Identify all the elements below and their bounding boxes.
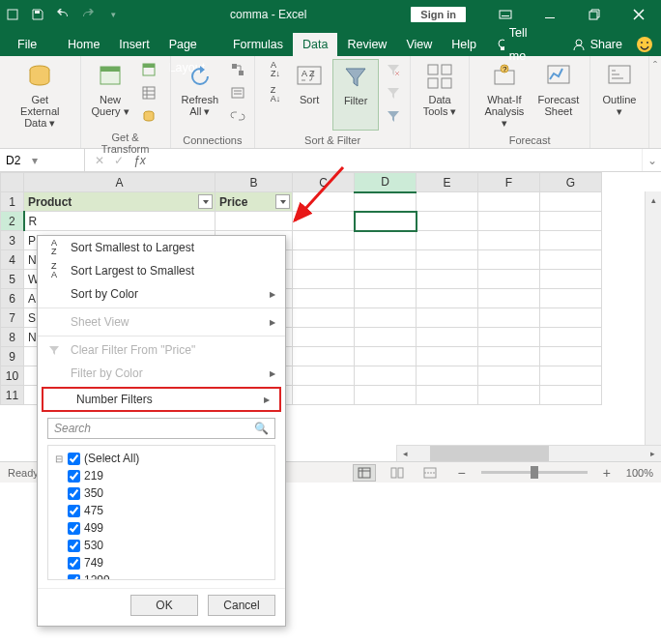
cancel-button[interactable]: Cancel [208, 595, 275, 616]
sort-desc-button[interactable]: ZA↓ [265, 84, 286, 105]
view-normal-icon[interactable] [353, 464, 376, 482]
filter-item[interactable]: 530 [54, 537, 269, 554]
share-button[interactable]: Share [562, 33, 632, 56]
number-filters-item[interactable]: Number Filters [42, 387, 281, 412]
filter-item[interactable]: 499 [54, 519, 269, 537]
properties-icon[interactable] [227, 82, 248, 103]
sort-ascending-item[interactable]: AZ Sort Smallest to Largest [38, 236, 285, 259]
col-header-e[interactable]: E [417, 173, 478, 192]
redo-icon[interactable] [75, 0, 101, 29]
cell-g2[interactable] [540, 212, 602, 231]
zoom-slider[interactable] [481, 471, 588, 474]
col-header-c[interactable]: C [293, 173, 355, 192]
cell-d2[interactable] [355, 212, 417, 231]
scroll-right-icon[interactable]: ▸ [645, 446, 661, 462]
col-header-b[interactable]: B [216, 173, 293, 192]
edit-links-icon[interactable] [227, 105, 248, 127]
save-icon[interactable] [25, 0, 50, 29]
col-header-f[interactable]: F [478, 173, 540, 192]
row-header-4[interactable]: 4 [1, 250, 24, 270]
data-tools-button[interactable]: Data Tools ▾ [417, 59, 463, 131]
cell-a1[interactable]: Product [24, 192, 216, 212]
chevron-down-icon[interactable]: ▾ [20, 154, 38, 167]
new-query-button[interactable]: New Query ▾ [87, 59, 134, 131]
filter-button[interactable]: Filter [332, 59, 379, 131]
cell-e1[interactable] [417, 192, 478, 212]
undo-icon[interactable] [50, 0, 75, 29]
tab-view[interactable]: View [396, 33, 442, 56]
connections-icon[interactable] [227, 59, 248, 80]
cell-d1[interactable] [355, 192, 417, 212]
scroll-left-icon[interactable]: ◂ [397, 446, 414, 462]
cell-g1[interactable] [540, 192, 602, 212]
filter-item[interactable]: 749 [54, 554, 269, 571]
filter-item[interactable]: 219 [54, 467, 269, 484]
sort-by-color-item[interactable]: Sort by Color [38, 282, 285, 306]
filter-item-select-all[interactable]: ⊟(Select All) [54, 450, 269, 467]
name-box[interactable]: D2 ▾ [0, 149, 85, 171]
row-header-3[interactable]: 3 [1, 231, 24, 250]
show-queries-icon[interactable] [138, 59, 159, 80]
row-header-2[interactable]: 2 [1, 212, 24, 231]
row-header-11[interactable]: 11 [1, 386, 24, 405]
get-external-data-button[interactable]: Get External Data ▾ [6, 59, 74, 131]
qat-customize-icon[interactable]: ▾ [101, 0, 126, 29]
close-icon[interactable] [617, 0, 661, 29]
tab-help[interactable]: Help [442, 33, 486, 56]
zoom-out-icon[interactable]: − [451, 465, 471, 481]
filter-dropdown-a[interactable] [198, 194, 213, 209]
filter-dropdown-b[interactable] [275, 194, 290, 209]
cell-c2[interactable] [293, 212, 355, 231]
scroll-up-icon[interactable]: ▴ [646, 191, 661, 208]
view-page-layout-icon[interactable] [386, 464, 409, 482]
forecast-sheet-button[interactable]: Forecast Sheet [533, 59, 584, 131]
expand-formula-bar-icon[interactable]: ⌄ [642, 149, 661, 171]
row-header-8[interactable]: 8 [1, 328, 24, 347]
cell-f2[interactable] [478, 212, 540, 231]
vertical-scrollbar[interactable]: ▴ [645, 191, 661, 445]
outline-button[interactable]: Outline ▾ [596, 59, 643, 131]
zoom-in-icon[interactable]: + [597, 465, 617, 481]
filter-item[interactable]: 475 [54, 502, 269, 519]
cell-b1[interactable]: Price [216, 192, 293, 212]
zoom-level[interactable]: 100% [626, 467, 653, 479]
select-all-corner[interactable] [1, 173, 24, 192]
row-header-7[interactable]: 7 [1, 308, 24, 328]
sort-asc-button[interactable]: AZ↓ [265, 59, 286, 80]
tab-file[interactable]: File [8, 33, 46, 56]
tab-formulas[interactable]: Formulas [223, 33, 293, 56]
col-header-g[interactable]: G [540, 173, 602, 192]
app-icon[interactable] [0, 0, 25, 29]
row-header-6[interactable]: 6 [1, 289, 24, 308]
row-header-9[interactable]: 9 [1, 347, 24, 366]
whatif-button[interactable]: ? What-If Analysis ▾ [475, 59, 533, 131]
tab-review[interactable]: Review [337, 33, 396, 56]
sort-button[interactable]: A Z Sort [286, 59, 332, 131]
row-header-1[interactable]: 1 [1, 192, 24, 212]
reapply-icon[interactable] [383, 82, 404, 103]
clear-filter-icon[interactable] [383, 59, 404, 80]
advanced-filter-icon[interactable] [383, 105, 404, 127]
restore-icon[interactable] [572, 0, 617, 29]
tab-home[interactable]: Home [58, 33, 109, 56]
tab-data[interactable]: Data [293, 33, 337, 56]
refresh-all-button[interactable]: Refresh All ▾ [177, 59, 224, 131]
tell-me[interactable]: Tell me [486, 33, 543, 56]
sign-in-button[interactable]: Sign in [411, 7, 466, 22]
enter-formula-icon[interactable]: ✓ [114, 154, 124, 167]
cell-b2[interactable] [216, 212, 293, 231]
from-table-icon[interactable] [138, 82, 159, 103]
horizontal-scrollbar[interactable]: ◂ ▸ [396, 445, 661, 461]
row-header-10[interactable]: 10 [1, 366, 24, 386]
ok-button[interactable]: OK [130, 595, 198, 616]
fx-icon[interactable]: ƒx [133, 154, 154, 167]
filter-item[interactable]: 350 [54, 484, 269, 502]
view-page-break-icon[interactable] [418, 464, 442, 482]
scroll-thumb[interactable] [430, 446, 549, 461]
tab-page-layout[interactable]: Page Layout [159, 33, 223, 56]
recent-sources-icon[interactable] [138, 105, 159, 127]
cell-a2[interactable]: R [24, 212, 216, 231]
cancel-formula-icon[interactable]: ✕ [95, 154, 104, 167]
tab-insert[interactable]: Insert [109, 33, 158, 56]
col-header-d[interactable]: D [355, 173, 417, 192]
